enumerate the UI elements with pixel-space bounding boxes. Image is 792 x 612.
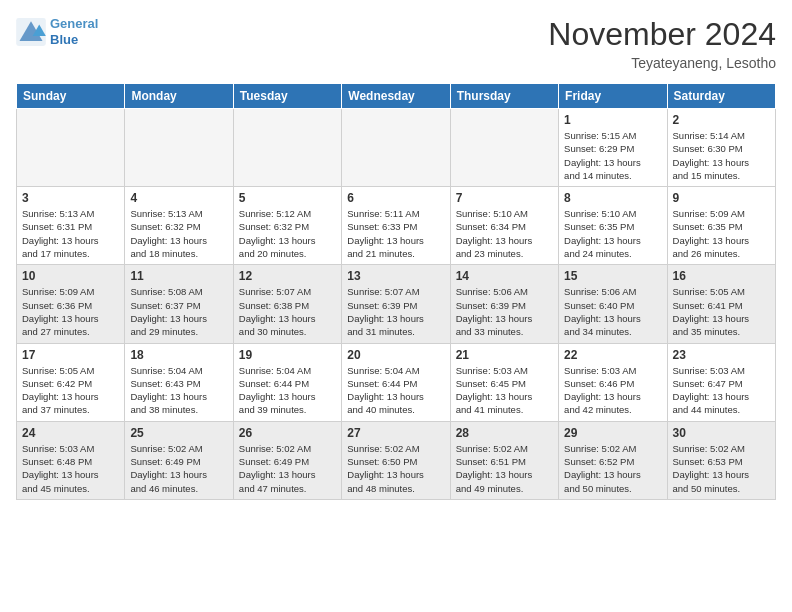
calendar-cell: 24Sunrise: 5:03 AM Sunset: 6:48 PM Dayli… <box>17 421 125 499</box>
day-info: Sunrise: 5:05 AM Sunset: 6:41 PM Dayligh… <box>673 285 770 338</box>
calendar-cell: 15Sunrise: 5:06 AM Sunset: 6:40 PM Dayli… <box>559 265 667 343</box>
day-info: Sunrise: 5:10 AM Sunset: 6:35 PM Dayligh… <box>564 207 661 260</box>
day-info: Sunrise: 5:13 AM Sunset: 6:32 PM Dayligh… <box>130 207 227 260</box>
calendar-cell <box>450 109 558 187</box>
calendar-cell <box>342 109 450 187</box>
day-number: 20 <box>347 348 444 362</box>
page-header: General Blue November 2024 Teyateyaneng,… <box>16 16 776 71</box>
calendar-row-2: 10Sunrise: 5:09 AM Sunset: 6:36 PM Dayli… <box>17 265 776 343</box>
day-number: 8 <box>564 191 661 205</box>
day-number: 23 <box>673 348 770 362</box>
day-info: Sunrise: 5:03 AM Sunset: 6:47 PM Dayligh… <box>673 364 770 417</box>
month-title: November 2024 <box>548 16 776 53</box>
calendar-cell: 18Sunrise: 5:04 AM Sunset: 6:43 PM Dayli… <box>125 343 233 421</box>
day-number: 28 <box>456 426 553 440</box>
calendar-row-4: 24Sunrise: 5:03 AM Sunset: 6:48 PM Dayli… <box>17 421 776 499</box>
day-info: Sunrise: 5:03 AM Sunset: 6:45 PM Dayligh… <box>456 364 553 417</box>
day-info: Sunrise: 5:07 AM Sunset: 6:39 PM Dayligh… <box>347 285 444 338</box>
calendar-cell: 25Sunrise: 5:02 AM Sunset: 6:49 PM Dayli… <box>125 421 233 499</box>
day-number: 13 <box>347 269 444 283</box>
day-info: Sunrise: 5:13 AM Sunset: 6:31 PM Dayligh… <box>22 207 119 260</box>
day-number: 29 <box>564 426 661 440</box>
day-number: 11 <box>130 269 227 283</box>
weekday-header-tuesday: Tuesday <box>233 84 341 109</box>
day-info: Sunrise: 5:05 AM Sunset: 6:42 PM Dayligh… <box>22 364 119 417</box>
day-info: Sunrise: 5:06 AM Sunset: 6:40 PM Dayligh… <box>564 285 661 338</box>
weekday-header-monday: Monday <box>125 84 233 109</box>
logo-line2: Blue <box>50 32 78 47</box>
day-info: Sunrise: 5:08 AM Sunset: 6:37 PM Dayligh… <box>130 285 227 338</box>
calendar-cell: 12Sunrise: 5:07 AM Sunset: 6:38 PM Dayli… <box>233 265 341 343</box>
calendar-cell: 1Sunrise: 5:15 AM Sunset: 6:29 PM Daylig… <box>559 109 667 187</box>
day-info: Sunrise: 5:11 AM Sunset: 6:33 PM Dayligh… <box>347 207 444 260</box>
day-number: 15 <box>564 269 661 283</box>
day-number: 30 <box>673 426 770 440</box>
day-number: 27 <box>347 426 444 440</box>
calendar-cell: 9Sunrise: 5:09 AM Sunset: 6:35 PM Daylig… <box>667 187 775 265</box>
day-number: 17 <box>22 348 119 362</box>
day-number: 24 <box>22 426 119 440</box>
title-block: November 2024 Teyateyaneng, Lesotho <box>548 16 776 71</box>
day-info: Sunrise: 5:06 AM Sunset: 6:39 PM Dayligh… <box>456 285 553 338</box>
day-info: Sunrise: 5:09 AM Sunset: 6:35 PM Dayligh… <box>673 207 770 260</box>
calendar-cell: 21Sunrise: 5:03 AM Sunset: 6:45 PM Dayli… <box>450 343 558 421</box>
day-number: 16 <box>673 269 770 283</box>
day-info: Sunrise: 5:12 AM Sunset: 6:32 PM Dayligh… <box>239 207 336 260</box>
calendar-table: SundayMondayTuesdayWednesdayThursdayFrid… <box>16 83 776 500</box>
day-number: 26 <box>239 426 336 440</box>
calendar-cell <box>125 109 233 187</box>
calendar-cell: 20Sunrise: 5:04 AM Sunset: 6:44 PM Dayli… <box>342 343 450 421</box>
day-number: 3 <box>22 191 119 205</box>
day-info: Sunrise: 5:14 AM Sunset: 6:30 PM Dayligh… <box>673 129 770 182</box>
calendar-row-0: 1Sunrise: 5:15 AM Sunset: 6:29 PM Daylig… <box>17 109 776 187</box>
calendar-cell: 13Sunrise: 5:07 AM Sunset: 6:39 PM Dayli… <box>342 265 450 343</box>
calendar-cell <box>17 109 125 187</box>
logo-line1: General <box>50 16 98 31</box>
day-info: Sunrise: 5:09 AM Sunset: 6:36 PM Dayligh… <box>22 285 119 338</box>
calendar-cell: 2Sunrise: 5:14 AM Sunset: 6:30 PM Daylig… <box>667 109 775 187</box>
day-number: 10 <box>22 269 119 283</box>
day-number: 9 <box>673 191 770 205</box>
calendar-cell: 16Sunrise: 5:05 AM Sunset: 6:41 PM Dayli… <box>667 265 775 343</box>
day-info: Sunrise: 5:03 AM Sunset: 6:48 PM Dayligh… <box>22 442 119 495</box>
day-number: 2 <box>673 113 770 127</box>
day-info: Sunrise: 5:03 AM Sunset: 6:46 PM Dayligh… <box>564 364 661 417</box>
day-info: Sunrise: 5:02 AM Sunset: 6:50 PM Dayligh… <box>347 442 444 495</box>
logo-icon <box>16 18 46 46</box>
logo: General Blue <box>16 16 98 47</box>
day-number: 18 <box>130 348 227 362</box>
calendar-cell: 17Sunrise: 5:05 AM Sunset: 6:42 PM Dayli… <box>17 343 125 421</box>
calendar-cell: 11Sunrise: 5:08 AM Sunset: 6:37 PM Dayli… <box>125 265 233 343</box>
calendar-cell: 7Sunrise: 5:10 AM Sunset: 6:34 PM Daylig… <box>450 187 558 265</box>
day-info: Sunrise: 5:04 AM Sunset: 6:44 PM Dayligh… <box>347 364 444 417</box>
day-info: Sunrise: 5:02 AM Sunset: 6:52 PM Dayligh… <box>564 442 661 495</box>
calendar-cell: 22Sunrise: 5:03 AM Sunset: 6:46 PM Dayli… <box>559 343 667 421</box>
calendar-row-1: 3Sunrise: 5:13 AM Sunset: 6:31 PM Daylig… <box>17 187 776 265</box>
weekday-header-row: SundayMondayTuesdayWednesdayThursdayFrid… <box>17 84 776 109</box>
weekday-header-saturday: Saturday <box>667 84 775 109</box>
day-info: Sunrise: 5:02 AM Sunset: 6:51 PM Dayligh… <box>456 442 553 495</box>
day-number: 7 <box>456 191 553 205</box>
day-number: 22 <box>564 348 661 362</box>
day-info: Sunrise: 5:15 AM Sunset: 6:29 PM Dayligh… <box>564 129 661 182</box>
calendar-cell: 8Sunrise: 5:10 AM Sunset: 6:35 PM Daylig… <box>559 187 667 265</box>
day-number: 21 <box>456 348 553 362</box>
calendar-cell: 19Sunrise: 5:04 AM Sunset: 6:44 PM Dayli… <box>233 343 341 421</box>
day-info: Sunrise: 5:04 AM Sunset: 6:43 PM Dayligh… <box>130 364 227 417</box>
day-number: 25 <box>130 426 227 440</box>
calendar-cell: 5Sunrise: 5:12 AM Sunset: 6:32 PM Daylig… <box>233 187 341 265</box>
day-number: 19 <box>239 348 336 362</box>
day-number: 6 <box>347 191 444 205</box>
calendar-cell: 26Sunrise: 5:02 AM Sunset: 6:49 PM Dayli… <box>233 421 341 499</box>
calendar-row-3: 17Sunrise: 5:05 AM Sunset: 6:42 PM Dayli… <box>17 343 776 421</box>
calendar-cell: 27Sunrise: 5:02 AM Sunset: 6:50 PM Dayli… <box>342 421 450 499</box>
weekday-header-friday: Friday <box>559 84 667 109</box>
weekday-header-thursday: Thursday <box>450 84 558 109</box>
calendar-cell <box>233 109 341 187</box>
calendar-cell: 10Sunrise: 5:09 AM Sunset: 6:36 PM Dayli… <box>17 265 125 343</box>
weekday-header-sunday: Sunday <box>17 84 125 109</box>
day-info: Sunrise: 5:10 AM Sunset: 6:34 PM Dayligh… <box>456 207 553 260</box>
day-number: 12 <box>239 269 336 283</box>
calendar-cell: 30Sunrise: 5:02 AM Sunset: 6:53 PM Dayli… <box>667 421 775 499</box>
day-info: Sunrise: 5:07 AM Sunset: 6:38 PM Dayligh… <box>239 285 336 338</box>
